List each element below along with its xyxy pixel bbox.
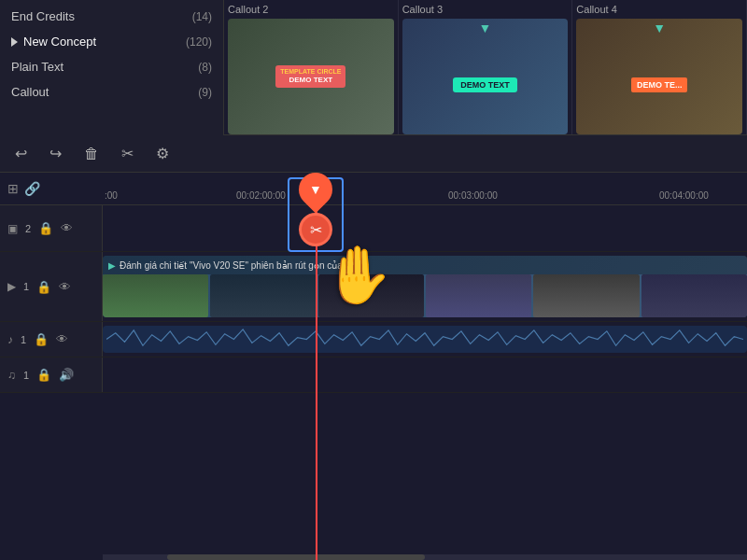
scissors-icon: ✂: [310, 221, 322, 239]
track-m1-icon: ♫: [7, 369, 16, 382]
track-v2-icon: ▣: [7, 222, 18, 235]
preview-strip: Callout 2 TEMPLATE CIRCLE DEMO TEXT Call…: [224, 0, 747, 135]
playhead-diamond-icon: ▼: [309, 182, 322, 197]
add-track-icon[interactable]: ⊞: [7, 181, 19, 196]
audio-waveform: [103, 326, 747, 353]
track-m1-content: [103, 357, 747, 392]
redo-button[interactable]: ↪: [46, 141, 65, 166]
callout4-badge: DEMO TE...: [631, 77, 688, 92]
sidebar-item-end-credits[interactable]: End Credits (14): [0, 4, 223, 29]
timeline-header: ⊞ 🔗 :00 00:02:00:00 00:03:00:00 00:04:00…: [0, 173, 747, 205]
track-row-m1: ♫ 1 🔒 🔊: [0, 357, 747, 393]
preview-item-callout3[interactable]: Callout 3 ▼ DEMO TEXT: [399, 0, 573, 134]
track-row-a1: ♪ 1 🔒 👁: [0, 322, 747, 357]
track-controls-m1: ♫ 1 🔒 🔊: [0, 357, 103, 392]
track-a1-icon: ♪: [7, 333, 13, 346]
ruler-time-3: 00:03:00:00: [448, 190, 498, 201]
callout4-thumb: ▼ DEMO TE...: [576, 19, 742, 134]
audio-clip: [103, 326, 747, 353]
callout2-label: Callout 2: [228, 4, 268, 15]
ruler-time-2: 00:02:00:00: [236, 190, 286, 201]
horizontal-scrollbar[interactable]: [103, 554, 747, 560]
video-clip-header: ▶ Đánh giá chi tiết "Vivo V20 SE" phiên …: [103, 256, 747, 274]
callout3-thumb: ▼ DEMO TEXT: [402, 19, 569, 134]
track-v2-content: [103, 205, 747, 251]
callout3-label: Callout 3: [402, 4, 443, 15]
track-v1-content[interactable]: ▶ Đánh giá chi tiết "Vivo V20 SE" phiên …: [103, 252, 747, 321]
callout2-thumb: TEMPLATE CIRCLE DEMO TEXT: [228, 19, 394, 134]
sidebar-item-new-concept[interactable]: New Concept (120): [0, 29, 223, 54]
sidebar-plain-text-count: (8): [198, 61, 212, 74]
cut-button[interactable]: ✂: [118, 141, 137, 166]
ruler-time-1: :00: [105, 190, 118, 201]
cut-tool-circle[interactable]: ✂: [299, 213, 332, 246]
sidebar-item-callout[interactable]: Callout (9): [0, 79, 223, 105]
playhead-diamond: ▼: [292, 166, 340, 214]
sidebar-plain-text-label: Plain Text: [11, 60, 63, 74]
callout3-download-icon: ▼: [479, 21, 492, 35]
track-v1-label: 1: [23, 281, 29, 292]
video-thumb-5: [533, 274, 639, 317]
expand-arrow-icon: [11, 37, 18, 47]
timeline-header-left: ⊞ 🔗: [0, 181, 103, 196]
settings-button[interactable]: ⚙: [152, 141, 173, 166]
track-v1-eye-icon[interactable]: 👁: [59, 280, 71, 294]
hand-cursor-icon: 🤚: [322, 247, 392, 303]
track-controls-v2: ▣ 2 🔒 👁: [0, 205, 103, 251]
video-thumb-4: [426, 274, 531, 317]
playhead-head[interactable]: ▼: [299, 173, 332, 206]
sidebar-end-credits-label: End Credits: [11, 9, 75, 23]
toolbar: ↩ ↪ 🗑 ✂ ⚙: [0, 135, 747, 173]
sidebar-end-credits-count: (14): [192, 10, 212, 23]
preview-item-callout2[interactable]: Callout 2 TEMPLATE CIRCLE DEMO TEXT: [224, 0, 399, 134]
track-controls-a1: ♪ 1 🔒 👁: [0, 322, 103, 357]
waveform-svg: [106, 326, 743, 353]
link-icon[interactable]: 🔗: [24, 181, 40, 196]
sidebar-callout-count: (9): [198, 86, 212, 99]
undo-button[interactable]: ↩: [11, 141, 31, 166]
track-m1-label: 1: [23, 370, 29, 381]
timeline-ruler: :00 00:02:00:00 00:03:00:00 00:04:00:00 …: [103, 173, 747, 204]
video-play-icon: ▶: [108, 260, 116, 271]
video-thumb-6: [641, 274, 747, 317]
callout4-label: Callout 4: [576, 4, 616, 15]
track-controls-v1: ▶ 1 🔒 👁: [0, 252, 103, 321]
track-v2-lock-icon[interactable]: 🔒: [38, 221, 53, 235]
sidebar-new-concept-label: New Concept: [23, 35, 96, 49]
delete-button[interactable]: 🗑: [80, 142, 103, 166]
track-v2-eye-icon[interactable]: 👁: [61, 221, 73, 235]
sidebar-callout-label: Callout: [11, 85, 49, 99]
scrollbar-thumb[interactable]: [167, 554, 425, 560]
track-m1-lock-icon[interactable]: 🔒: [36, 368, 51, 382]
track-a1-label: 1: [21, 334, 26, 345]
track-v2-label: 2: [25, 223, 31, 234]
video-thumb-2: [210, 274, 316, 317]
track-a1-eye-icon[interactable]: 👁: [56, 332, 68, 346]
preview-item-callout4[interactable]: Callout 4 ▼ DEMO TE...: [572, 0, 747, 134]
callout2-badge: TEMPLATE CIRCLE DEMO TEXT: [275, 65, 345, 88]
video-thumbnails: [103, 274, 747, 317]
callout3-badge: DEMO TEXT: [453, 77, 517, 92]
ruler-time-4: 00:04:00:00: [659, 190, 709, 201]
sidebar-item-plain-text[interactable]: Plain Text (8): [0, 54, 223, 79]
track-v1-icon: ▶: [7, 280, 16, 293]
track-a1-lock-icon[interactable]: 🔒: [34, 332, 49, 346]
sidebar-new-concept-count: (120): [186, 35, 212, 49]
callout4-download-icon: ▼: [653, 21, 666, 35]
video-thumb-1: [103, 274, 208, 317]
track-a1-content[interactable]: [103, 322, 747, 357]
sidebar: End Credits (14) New Concept (120) Plain…: [0, 0, 224, 135]
video-clip[interactable]: ▶ Đánh giá chi tiết "Vivo V20 SE" phiên …: [103, 256, 747, 317]
track-m1-volume-icon[interactable]: 🔊: [59, 368, 74, 382]
track-v1-lock-icon[interactable]: 🔒: [36, 280, 51, 294]
